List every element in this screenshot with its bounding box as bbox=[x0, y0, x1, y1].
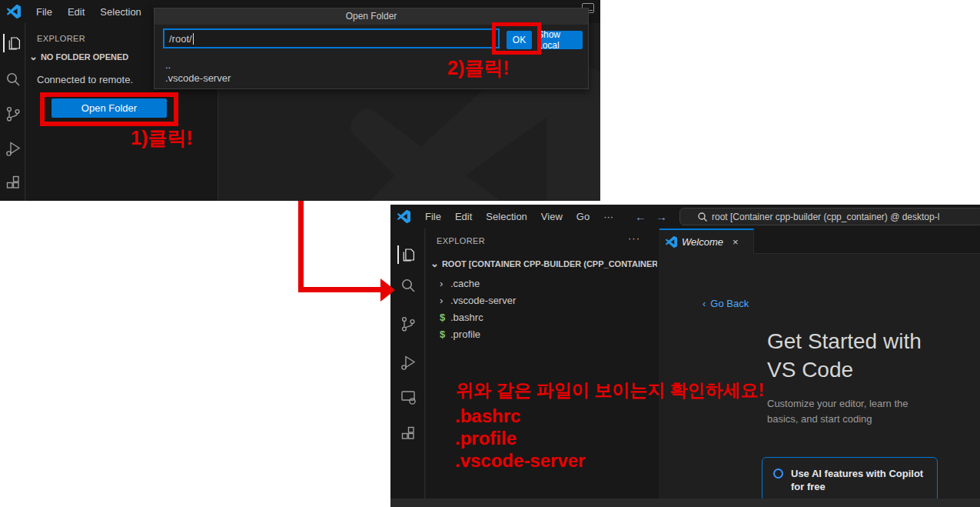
annotation-file-bashrc: .bashrc bbox=[455, 405, 520, 427]
chevron-down-icon: ⌄ bbox=[29, 53, 38, 61]
tree-item-cache[interactable]: › .cache bbox=[426, 275, 659, 292]
nav-forward-icon[interactable]: → bbox=[656, 210, 667, 223]
explorer-icon[interactable] bbox=[397, 245, 416, 264]
radio-circle-icon bbox=[773, 469, 783, 479]
close-icon[interactable]: × bbox=[733, 236, 739, 248]
menu-more[interactable]: ··· bbox=[596, 211, 620, 222]
tree-item-label: .vscode-server bbox=[450, 295, 516, 306]
copilot-card-label: Use AI features with Copilot for free bbox=[791, 467, 923, 501]
menu-file[interactable]: File bbox=[28, 6, 60, 18]
source-control-icon[interactable] bbox=[4, 105, 22, 123]
shell-file-icon: $ bbox=[440, 312, 450, 323]
search-icon bbox=[697, 212, 707, 222]
connected-remote-text: Connected to remote. bbox=[37, 74, 133, 85]
subtitle-line2: basics, and start coding bbox=[767, 412, 909, 427]
annotation-file-vscode-server: .vscode-server bbox=[455, 450, 585, 472]
annotation-step1: 1)클릭! bbox=[131, 125, 193, 151]
activity-bar bbox=[0, 23, 25, 201]
workspace-root-label: ROOT [CONTAINER CPP-BUILDER (CPP_CONTAIN… bbox=[442, 259, 657, 269]
dialog-item-parent-dir[interactable]: .. bbox=[165, 59, 171, 72]
go-back-link[interactable]: ‹ Go Back bbox=[703, 298, 749, 309]
search-icon[interactable] bbox=[4, 70, 22, 88]
tab-label: Welcome bbox=[682, 236, 723, 248]
annotation-step2: 2)클릭! bbox=[447, 55, 510, 81]
text-caret bbox=[193, 33, 194, 45]
annotation-arrow-horizontal bbox=[298, 287, 382, 292]
copilot-walkthrough-card[interactable]: Use AI features with Copilot for free bbox=[762, 457, 938, 502]
menu-selection[interactable]: Selection bbox=[479, 211, 533, 222]
chevron-down-icon: ⌄ bbox=[430, 260, 439, 268]
history-nav: ← → bbox=[635, 205, 667, 228]
heading-line1: Get Started with bbox=[767, 327, 922, 355]
menu-file[interactable]: File bbox=[418, 211, 448, 222]
workspace-root-header[interactable]: ⌄ ROOT [CONTAINER CPP-BUILDER (CPP_CONTA… bbox=[430, 259, 657, 269]
dialog-item-vscode-server[interactable]: .vscode-server bbox=[165, 72, 231, 85]
command-center-text: root [Container cpp-builder (cpp_contain… bbox=[712, 212, 939, 222]
heading-line2: VS Code bbox=[767, 355, 922, 384]
editor-area: Welcome × ‹ Go Back Get Started with VS … bbox=[659, 228, 980, 499]
more-actions-icon[interactable]: ··· bbox=[628, 232, 640, 244]
menu-view[interactable]: View bbox=[534, 211, 570, 222]
menu-edit[interactable]: Edit bbox=[448, 211, 479, 222]
chevron-right-icon: › bbox=[440, 278, 450, 289]
vscode-logo-icon bbox=[666, 236, 677, 248]
tree-item-label: .cache bbox=[450, 278, 480, 289]
tree-item-label: .profile bbox=[450, 329, 480, 340]
source-control-icon[interactable] bbox=[399, 315, 417, 333]
annotation-file-profile: .profile bbox=[455, 428, 517, 449]
tree-item-bashrc[interactable]: $ .bashrc bbox=[426, 309, 659, 325]
menu-edit[interactable]: Edit bbox=[60, 6, 92, 18]
explorer-panel-title: EXPLORER bbox=[437, 236, 485, 245]
copilot-line2: for free bbox=[791, 480, 923, 493]
annotation-arrow-vertical bbox=[298, 201, 304, 289]
tab-bar: Welcome × bbox=[659, 228, 980, 254]
folder-path-input[interactable]: /root/ bbox=[163, 28, 500, 48]
vscode-logo-icon bbox=[7, 5, 21, 18]
extensions-icon[interactable] bbox=[399, 425, 417, 443]
menu-selection[interactable]: Selection bbox=[92, 6, 148, 18]
subtitle-line1: Customize your editor, learn the bbox=[767, 396, 909, 412]
annotation-arrow-head bbox=[380, 279, 395, 302]
no-folder-section-header[interactable]: ⌄ NO FOLDER OPENED bbox=[29, 52, 128, 62]
highlight-rect-ok bbox=[492, 22, 541, 55]
tree-item-vscode-server[interactable]: › .vscode-server bbox=[426, 292, 659, 309]
extensions-icon[interactable] bbox=[4, 174, 22, 192]
tutorial-canvas: File Edit Selection View EXPLORER ⌄ NO F… bbox=[0, 0, 980, 507]
go-back-label: Go Back bbox=[710, 298, 749, 309]
vscode-logo-icon bbox=[397, 210, 410, 223]
remote-explorer-icon[interactable] bbox=[399, 388, 417, 406]
run-debug-icon[interactable] bbox=[399, 353, 417, 372]
chevron-right-icon: › bbox=[440, 295, 450, 306]
explorer-icon[interactable] bbox=[3, 34, 22, 52]
menu-go[interactable]: Go bbox=[570, 211, 596, 222]
show-local-button[interactable]: Show Local bbox=[537, 31, 583, 49]
copilot-line1: Use AI features with Copilot bbox=[791, 467, 923, 480]
chevron-left-icon: ‹ bbox=[703, 298, 706, 309]
get-started-subtitle: Customize your editor, learn the basics,… bbox=[767, 396, 909, 427]
tab-welcome[interactable]: Welcome × bbox=[659, 228, 754, 254]
annotation-check-message: 위와 같은 파일이 보이는지 확인하세요! bbox=[456, 379, 764, 402]
tree-item-profile[interactable]: $ .profile bbox=[426, 325, 659, 342]
activity-bar bbox=[390, 228, 425, 499]
shell-file-icon: $ bbox=[440, 329, 450, 340]
get-started-heading: Get Started with VS Code bbox=[767, 327, 922, 384]
tree-item-label: .bashrc bbox=[450, 312, 483, 323]
highlight-rect-open-folder bbox=[40, 92, 178, 126]
run-debug-icon[interactable] bbox=[4, 139, 22, 158]
folder-path-value: /root/ bbox=[169, 33, 192, 45]
explorer-panel-title: EXPLORER bbox=[37, 34, 85, 43]
search-icon[interactable] bbox=[399, 276, 417, 295]
status-bar-strip bbox=[390, 499, 980, 507]
nav-back-icon[interactable]: ← bbox=[635, 210, 646, 223]
command-center-search[interactable]: root [Container cpp-builder (cpp_contain… bbox=[679, 208, 980, 225]
no-folder-section-label: NO FOLDER OPENED bbox=[41, 52, 128, 62]
titlebar: File Edit Selection View Go ··· ← → root… bbox=[390, 205, 980, 228]
